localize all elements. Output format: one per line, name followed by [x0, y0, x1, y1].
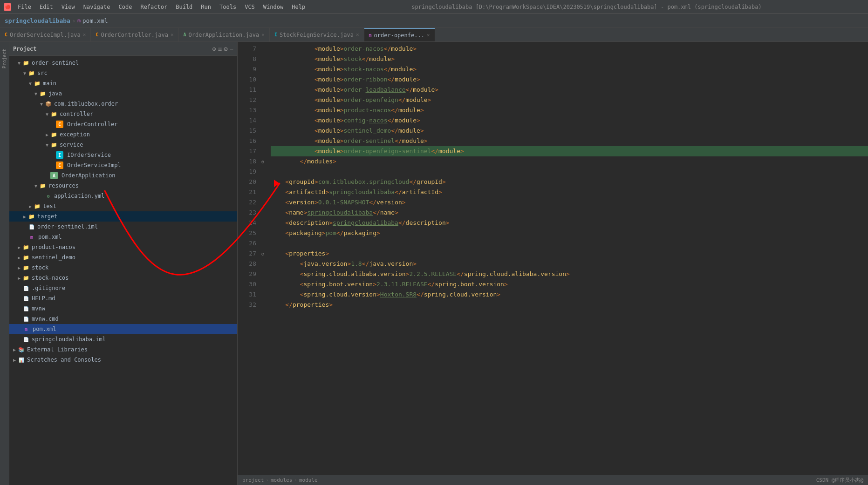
- tree-item-order-sentinel-iml[interactable]: 📄 order-sentinel.iml: [9, 222, 237, 232]
- tree-item-iorderservice[interactable]: I IOrderService: [9, 150, 237, 160]
- code-line-27: <properties>: [271, 249, 868, 259]
- tree-item-product-nacos[interactable]: ▶ 📁 product-nacos: [9, 242, 237, 252]
- tree-arrow-controller[interactable]: ▼: [44, 112, 50, 117]
- tree-arrow-package[interactable]: ▼: [38, 101, 45, 107]
- tab-stockfeignservice[interactable]: I StockFeignService.java ×: [270, 28, 364, 41]
- menu-code[interactable]: Code: [115, 3, 136, 11]
- tree-item-pom-xml[interactable]: m pom.xml: [9, 324, 237, 334]
- folder-icon-main: 📁: [34, 80, 41, 87]
- tree-item-target[interactable]: ▶ 📁 target: [9, 211, 237, 222]
- menu-tools[interactable]: Tools: [216, 3, 240, 11]
- tree-item-mvnw[interactable]: 📄 mvnw: [9, 303, 237, 314]
- tree-item-pom-sentinel[interactable]: m pom.xml: [9, 232, 237, 242]
- tab-close-orderserviceimpl[interactable]: ×: [83, 32, 86, 38]
- tree-item-mvnw-cmd[interactable]: 📄 mvnw.cmd: [9, 314, 237, 324]
- breadcrumb-project[interactable]: springcloudalibaba: [5, 17, 70, 24]
- tree-item-test[interactable]: ▶ 📁 test: [9, 201, 237, 211]
- tree-arrow-stock-nacos[interactable]: ▶: [16, 276, 22, 281]
- tree-arrow-target[interactable]: ▶: [21, 214, 28, 219]
- tab-orderserviceimpl[interactable]: C OrderServiceImpl.java ×: [0, 28, 91, 41]
- tree-item-service[interactable]: ▼ 📁 service: [9, 140, 237, 150]
- menu-view[interactable]: View: [58, 3, 79, 11]
- tree-item-order-sentinel[interactable]: ▼ 📁 order-sentinel: [9, 58, 237, 68]
- tab-close-ordercontroller[interactable]: ×: [171, 32, 174, 38]
- tab-close-orderapplication[interactable]: ×: [261, 32, 265, 38]
- tree-arrow-src[interactable]: ▼: [21, 71, 28, 76]
- menu-navigate[interactable]: Navigate: [80, 3, 114, 11]
- panel-action-close[interactable]: −: [230, 45, 233, 53]
- folder-icon-controller: 📁: [50, 110, 58, 118]
- tree-item-scratches[interactable]: ▶ 📊 Scratches and Consoles: [9, 355, 237, 365]
- menu-window[interactable]: Window: [260, 3, 287, 11]
- folder-icon-service: 📁: [50, 141, 58, 148]
- indent: [271, 279, 300, 290]
- tree-arrow-external-libraries[interactable]: ▶: [11, 347, 18, 352]
- tree-item-src[interactable]: ▼ 📁 src: [9, 68, 237, 78]
- tree-arrow-test[interactable]: ▶: [27, 204, 34, 209]
- tree-arrow-product-nacos[interactable]: ▶: [16, 245, 22, 250]
- main-layout: Project Project ⊕ ≡ ⚙ − ▼ 📁 order-sentin…: [0, 42, 868, 485]
- menu-vcs[interactable]: VCS: [241, 3, 259, 11]
- menu-file[interactable]: File: [14, 3, 35, 11]
- tab-pom[interactable]: m order-openfe... ×: [364, 28, 435, 41]
- gutter-18[interactable]: ⊖: [259, 156, 267, 167]
- gutter-24: [259, 218, 267, 228]
- breadcrumb-file[interactable]: pom.xml: [82, 17, 108, 24]
- tab-icon-stockfeignservice: I: [274, 32, 277, 37]
- line-num-28: 28: [240, 259, 256, 269]
- tree-item-controller[interactable]: ▼ 📁 controller: [9, 109, 237, 119]
- project-panel-actions: ⊕ ≡ ⚙ −: [212, 45, 233, 53]
- tab-orderapplication[interactable]: A OrderApplication.java ×: [179, 28, 270, 41]
- tree-item-stock-nacos[interactable]: ▶ 📁 stock-nacos: [9, 273, 237, 283]
- tree-item-external-libraries[interactable]: ▶ 📚 External Libraries: [9, 344, 237, 355]
- tab-bar: C OrderServiceImpl.java × C OrderControl…: [0, 28, 868, 42]
- project-panel-header: Project ⊕ ≡ ⚙ −: [9, 42, 237, 56]
- menu-edit[interactable]: Edit: [36, 3, 57, 11]
- status-breadcrumb-project: project: [242, 477, 264, 483]
- tree-arrow-stock[interactable]: ▶: [16, 265, 22, 270]
- tree-item-stock[interactable]: ▶ 📁 stock: [9, 263, 237, 273]
- tree-item-springcloudalibaba-iml[interactable]: 📄 springcloudalibaba.iml: [9, 334, 237, 344]
- folder-icon-java: 📁: [39, 90, 47, 97]
- tree-item-orderapplication[interactable]: A OrderApplication: [9, 170, 237, 181]
- menu-help[interactable]: Help: [288, 3, 309, 11]
- indent: [271, 208, 285, 218]
- line-num-20: 20: [240, 177, 256, 187]
- tree-item-resources[interactable]: ▼ 📁 resources: [9, 181, 237, 191]
- panel-action-settings[interactable]: ⚙: [224, 45, 227, 53]
- tree-arrow-java[interactable]: ▼: [33, 91, 39, 96]
- tree-item-package[interactable]: ▼ 📦 com.itbluebox.order: [9, 99, 237, 109]
- menu-build[interactable]: Build: [172, 3, 196, 11]
- gutter-27[interactable]: ⊖: [259, 249, 267, 259]
- tree-item-java[interactable]: ▼ 📁 java: [9, 88, 237, 99]
- line-num-22: 22: [240, 197, 256, 208]
- menu-run[interactable]: Run: [197, 3, 215, 11]
- tree-arrow-main[interactable]: ▼: [27, 81, 34, 86]
- tree-arrow-exception[interactable]: ▶: [44, 132, 50, 137]
- tree-item-exception[interactable]: ▶ 📁 exception: [9, 129, 237, 140]
- tree-arrow-service[interactable]: ▼: [44, 142, 50, 148]
- tree-item-ordercontroller[interactable]: C OrderController: [9, 119, 237, 129]
- tree-item-orderserviceimpl[interactable]: C OrderServiceImpl: [9, 160, 237, 170]
- tree-item-sentinel-demo[interactable]: ▶ 📁 sentinel_demo: [9, 252, 237, 263]
- menu-refactor[interactable]: Refactor: [137, 3, 171, 11]
- tree-arrow-scratches[interactable]: ▶: [11, 357, 18, 363]
- tree-item-gitignore[interactable]: 📄 .gitignore: [9, 283, 237, 293]
- tree-arrow-order-sentinel[interactable]: ▼: [16, 61, 22, 66]
- tab-close-stockfeignservice[interactable]: ×: [356, 32, 359, 38]
- panel-action-collapse[interactable]: ≡: [218, 45, 222, 53]
- panel-action-locate[interactable]: ⊕: [212, 45, 216, 53]
- tab-close-pom[interactable]: ×: [427, 32, 430, 38]
- code-line-15: <module>sentinel_demo</module>: [271, 126, 868, 136]
- folder-icon-order-sentinel: 📁: [22, 59, 30, 67]
- xml-endopen-7: </: [384, 44, 391, 54]
- indent: [271, 290, 300, 300]
- code-content[interactable]: <module>order-nacos</module> <module>sto…: [267, 42, 868, 475]
- tree-item-main[interactable]: ▼ 📁 main: [9, 78, 237, 88]
- tree-item-help-md[interactable]: 📄 HELP.md: [9, 293, 237, 303]
- tab-ordercontroller[interactable]: C OrderController.java ×: [91, 28, 178, 41]
- line-num-25: 25: [240, 228, 256, 238]
- tree-arrow-sentinel-demo[interactable]: ▶: [16, 255, 22, 260]
- tree-item-application-yml[interactable]: ⚙ application.yml: [9, 191, 237, 201]
- tree-arrow-resources[interactable]: ▼: [33, 183, 39, 189]
